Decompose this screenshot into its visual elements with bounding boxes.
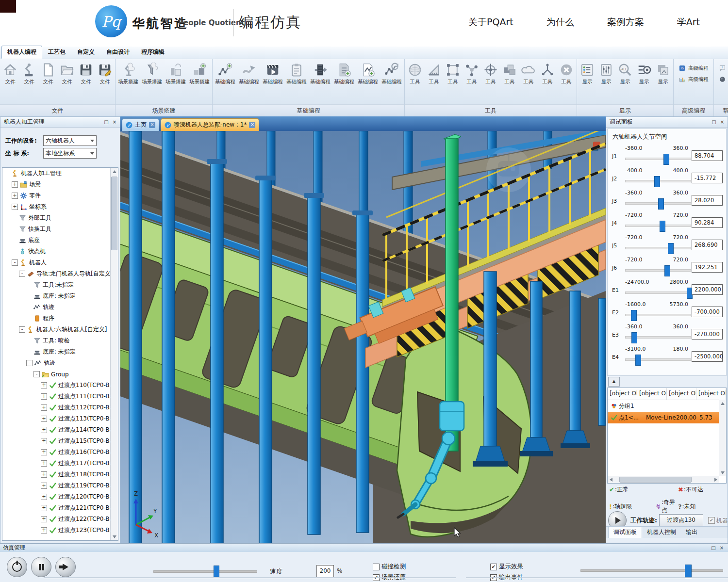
expander-icon[interactable]: +: [41, 471, 47, 478]
robot-checkbox[interactable]: ✔机器人: [708, 517, 728, 525]
tree-item[interactable]: + 过渡点110(TCP0-Base): [2, 380, 111, 391]
column-header[interactable]: [object Object]: [667, 388, 696, 400]
ribbon-button[interactable]: ALL 显示: [616, 61, 634, 87]
expander-icon[interactable]: -: [19, 271, 25, 277]
expander-icon[interactable]: +: [41, 516, 47, 522]
ribbon-button[interactable]: Io 高级编程: [678, 64, 710, 72]
tree-item[interactable]: + 零件: [2, 190, 111, 201]
ribbon-button[interactable]: 工具: [406, 61, 424, 87]
tree-item[interactable]: + 过渡点114(TCP0-Base): [2, 424, 111, 436]
ribbon-button[interactable]: 帮助: [718, 75, 728, 83]
column-header[interactable]: [object Object]: [608, 388, 637, 400]
tree-item[interactable]: 状态机: [2, 246, 111, 257]
tree-item[interactable]: - 机器人:六轴机器人[自定义]: [2, 324, 111, 335]
tree-item[interactable]: 程序: [2, 313, 111, 324]
tree-item[interactable]: + 场景: [2, 179, 111, 190]
ribbon-button[interactable]: 基础编程: [285, 61, 308, 87]
scroll-down-icon[interactable]: [113, 535, 116, 538]
tree-item[interactable]: 底座: 未指定: [2, 291, 111, 302]
table-hscrollbar[interactable]: [608, 476, 719, 483]
ribbon-button[interactable]: 显示: [578, 61, 596, 87]
ribbon-button[interactable]: 基础编程: [332, 61, 356, 87]
tree-item[interactable]: 底座: [2, 235, 111, 246]
ribbon-button[interactable]: 工具: [500, 61, 519, 87]
tree-item[interactable]: + 过渡点119(TCP0-Base): [2, 480, 111, 491]
expander-icon[interactable]: +: [12, 204, 18, 210]
ribbon-button[interactable]: 工具: [519, 61, 538, 87]
joint-value-input[interactable]: -15.772: [692, 173, 723, 183]
pin-icon[interactable]: □: [103, 119, 110, 126]
stop-button[interactable]: [7, 557, 27, 577]
tree-item[interactable]: 工具: 喷枪: [2, 335, 111, 346]
ribbon-button[interactable]: 基础编程: [214, 61, 237, 87]
viewport-tab[interactable]: P 主页 ×: [122, 118, 159, 131]
device-select[interactable]: 六轴机器人: [43, 135, 97, 146]
tree-item[interactable]: + 过渡点118(TCP0-Base): [2, 469, 111, 480]
tree-item[interactable]: + 过渡点113(TCP0-Base): [2, 413, 111, 424]
ribbon-tab[interactable]: 机器人编程: [1, 46, 42, 59]
tree-item[interactable]: + 过渡点122(TCP0-Base): [2, 514, 111, 525]
column-header[interactable]: [object Object]: [696, 388, 726, 400]
ribbon-button[interactable]: 场景搭建: [164, 61, 187, 87]
joint-slider[interactable]: [625, 180, 691, 182]
expander-icon[interactable]: -: [33, 371, 40, 377]
expander-icon[interactable]: +: [41, 483, 47, 489]
column-header[interactable]: [object Object]: [637, 388, 667, 400]
joint-value-input[interactable]: -270.000: [692, 329, 723, 340]
tree-item[interactable]: 外部工具: [2, 212, 111, 224]
joint-value-input[interactable]: 268.690: [692, 240, 723, 250]
slider-handle[interactable]: [658, 198, 664, 210]
nav-item[interactable]: 学Art: [677, 16, 700, 29]
close-icon[interactable]: ×: [719, 119, 726, 126]
slider-handle[interactable]: [631, 310, 637, 321]
ribbon-button[interactable]: 文件: [20, 61, 38, 87]
expander-icon[interactable]: +: [41, 494, 47, 500]
tree-item[interactable]: + 过渡点117(TCP0-Base): [2, 458, 111, 469]
ribbon-button[interactable]: 文件: [1, 61, 19, 87]
joint-slider[interactable]: [625, 358, 691, 361]
ribbon-button[interactable]: 基础编程: [309, 61, 332, 87]
expander-icon[interactable]: +: [41, 393, 47, 400]
ribbon-button[interactable]: 场景搭建: [116, 61, 140, 87]
ribbon-button[interactable]: 显示: [635, 61, 653, 87]
joint-value-input[interactable]: 88.704: [692, 150, 723, 161]
sim-checkbox[interactable]: ✔显示效果: [490, 563, 523, 571]
tree-item[interactable]: + 过渡点115(TCP0-Base): [2, 436, 111, 447]
tree-item[interactable]: - 机器人: [2, 257, 111, 268]
ribbon-button[interactable]: 工具: [425, 61, 443, 87]
scroll-up-icon[interactable]: [113, 170, 116, 173]
slider-handle[interactable]: [663, 154, 669, 165]
tree-item[interactable]: 机器人加工管理: [2, 168, 111, 179]
tree-item[interactable]: + 过渡点123(TCP0-Base): [2, 525, 111, 536]
ribbon-tab[interactable]: 程序编辑: [135, 46, 170, 59]
ribbon-button[interactable]: 高级编程: [678, 75, 710, 83]
ribbon-tab[interactable]: 自定义: [71, 46, 100, 59]
expander-icon[interactable]: +: [12, 193, 18, 199]
ribbon-button[interactable]: 显示: [654, 61, 672, 87]
tree-item[interactable]: + 过渡点112(TCP0-Base): [2, 402, 111, 413]
joint-value-input[interactable]: -2500.000: [692, 351, 723, 362]
nav-item[interactable]: 案例方案: [607, 16, 644, 29]
step-forward-button[interactable]: [55, 557, 76, 577]
slider-handle[interactable]: [635, 355, 641, 366]
ribbon-button[interactable]: 工具: [557, 61, 576, 87]
collapse-button[interactable]: ▲: [608, 377, 620, 387]
joint-value-input[interactable]: 28.020: [692, 195, 723, 206]
ribbon-button[interactable]: 工具: [538, 61, 557, 87]
timeline-slider[interactable]: [580, 565, 723, 575]
nav-item[interactable]: 关于PQArt: [468, 16, 513, 29]
expander-icon[interactable]: -: [12, 259, 18, 266]
tree-item[interactable]: + 过渡点111(TCP0-Base): [2, 391, 111, 402]
expander-icon[interactable]: -: [26, 360, 33, 366]
speed-input[interactable]: 200: [316, 565, 334, 578]
tree-item[interactable]: - 轨迹: [2, 357, 111, 369]
ribbon-button[interactable]: 工具: [444, 61, 462, 87]
expander-icon[interactable]: +: [41, 505, 47, 511]
expander-icon[interactable]: +: [41, 382, 47, 388]
joint-slider[interactable]: [625, 291, 691, 294]
close-icon[interactable]: ×: [718, 545, 725, 551]
slider-handle[interactable]: [664, 265, 670, 276]
joint-slider[interactable]: [625, 269, 691, 272]
tab-close-icon[interactable]: ×: [149, 122, 155, 128]
joint-value-input[interactable]: 90.284: [692, 217, 723, 228]
